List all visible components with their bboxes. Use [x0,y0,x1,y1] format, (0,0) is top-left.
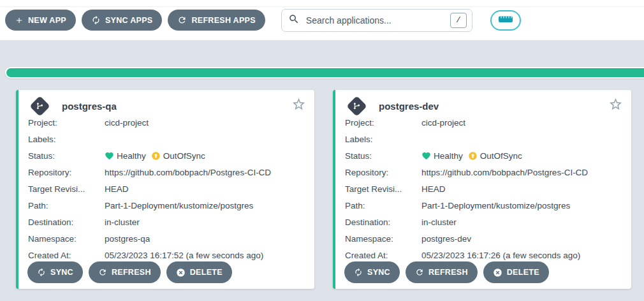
row-label: Repository: [28,168,105,177]
row-labels: Labels: [28,131,305,147]
row-value: cicd-project [421,118,465,128]
refresh-apps-button[interactable]: REFRESH APPS [168,10,265,31]
status-value: Healthy OutOfSync [105,151,208,161]
row-destination: Destination: in-cluster [345,214,622,230]
row-value: https://github.com/bobpach/Postgres-CI-C… [421,168,588,177]
application-card-postgres-qa[interactable]: postgres-qa Project: cicd-project Labels… [16,90,314,289]
row-target-revision: Target Revisi... HEAD [345,180,622,197]
slash-key-badge: / [450,13,467,28]
application-card-postgres-dev[interactable]: postgres-dev Project: cicd-project Label… [333,90,631,289]
row-repository: Repository: https://github.com/bobpach/P… [345,164,622,180]
row-label: Labels: [345,135,421,144]
search-input[interactable] [305,15,450,26]
refresh-label: REFRESH [112,268,151,277]
row-label: Destination: [345,217,421,227]
row-label: Path: [28,201,105,210]
row-label: Project: [345,118,421,128]
refresh-icon [177,15,187,25]
row-namespace: Namespace: postgres-qa [28,230,305,247]
heart-icon [105,151,114,161]
row-label: Status: [28,151,105,161]
sync-status: OutOfSync [163,151,205,161]
ruler-icon [497,14,514,26]
row-value: Part-1-Deployment/kustomize/postgres [421,201,570,210]
progress-fill [6,68,644,77]
row-labels: Labels: [345,131,622,147]
status-value: Healthy OutOfSync [421,151,525,161]
app-summary-rows: Project: cicd-project Labels: Status: He… [335,114,631,263]
row-status: Status: Healthy OutOfSync [345,147,622,164]
row-project: Project: cicd-project [345,114,622,131]
app-title[interactable]: postgres-qa [62,101,117,112]
sync-button[interactable]: SYNC [27,261,83,283]
heart-icon [421,151,431,161]
sync-apps-label: SYNC APPS [105,16,152,25]
operation-progress-bar [5,67,644,78]
row-label: Repository: [345,168,421,177]
sync-label: SYNC [50,268,73,277]
git-diamond-icon [29,96,50,117]
sync-status: OutOfSync [480,151,522,161]
delete-button[interactable]: DELETE [483,261,549,283]
refresh-label: REFRESH [428,268,468,277]
arrow-up-circle-icon [151,151,161,161]
row-label: Created At: [28,251,105,260]
health-status: Healthy [117,151,146,161]
new-app-button[interactable]: NEW APP [5,10,76,31]
sync-button[interactable]: SYNC [344,261,400,283]
row-value: in-cluster [105,217,140,227]
row-value: postgres-qa [105,234,150,244]
favorite-star-icon[interactable] [291,97,306,112]
row-value: in-cluster [421,217,457,227]
row-value: HEAD [421,184,446,194]
delete-button[interactable]: DELETE [166,261,232,283]
toolbar-divider [0,6,644,7]
delete-label: DELETE [507,268,539,277]
row-destination: Destination: in-cluster [28,214,305,230]
delete-label: DELETE [190,268,223,277]
arrow-up-circle-icon [468,151,478,161]
refresh-button[interactable]: REFRESH [406,261,478,283]
new-app-label: NEW APP [28,16,66,25]
row-path: Path: Part-1-Deployment/kustomize/postgr… [345,197,622,214]
app-summary-rows: Project: cicd-project Labels: Status: He… [18,114,314,263]
view-toggle-button[interactable] [490,10,521,31]
row-label: Path: [345,201,421,210]
git-diamond-icon [346,96,367,117]
sync-icon [354,268,363,277]
card-header: postgres-dev [335,90,631,114]
sync-icon [37,268,46,277]
search-icon [288,13,300,27]
plus-icon [15,16,24,25]
row-label: Target Revisi... [28,184,105,194]
row-namespace: Namespace: postgres-dev [345,230,622,247]
row-value: https://github.com/bobpach/Postgres-CI-C… [105,168,271,177]
refresh-apps-label: REFRESH APPS [191,16,255,25]
row-value: cicd-project [105,118,149,128]
sync-label: SYNC [367,268,390,277]
sync-icon [91,15,101,25]
card-actions: SYNC REFRESH DELETE [27,261,238,283]
favorite-star-icon[interactable] [608,97,623,112]
row-repository: Repository: https://github.com/bobpach/P… [28,164,305,180]
row-label: Created At: [345,251,421,260]
search-box: / [281,9,472,32]
refresh-icon [98,268,107,277]
row-project: Project: cicd-project [28,114,305,131]
app-title[interactable]: postgres-dev [379,101,439,112]
health-status: Healthy [434,151,463,161]
refresh-button[interactable]: REFRESH [89,261,161,283]
row-label: Namespace: [345,234,421,244]
row-label: Status: [345,151,421,161]
card-header: postgres-qa [18,90,314,114]
row-label: Labels: [28,135,105,144]
row-label: Target Revisi... [345,184,421,194]
x-circle-icon [493,268,502,277]
refresh-icon [415,268,424,277]
sync-apps-button[interactable]: SYNC APPS [82,10,162,31]
row-label: Destination: [28,217,105,227]
x-circle-icon [176,268,186,277]
row-value: 05/23/2023 16:17:52 (a few seconds ago) [105,251,263,260]
row-value: postgres-dev [421,234,471,244]
row-status: Status: Healthy OutOfSync [28,147,305,164]
